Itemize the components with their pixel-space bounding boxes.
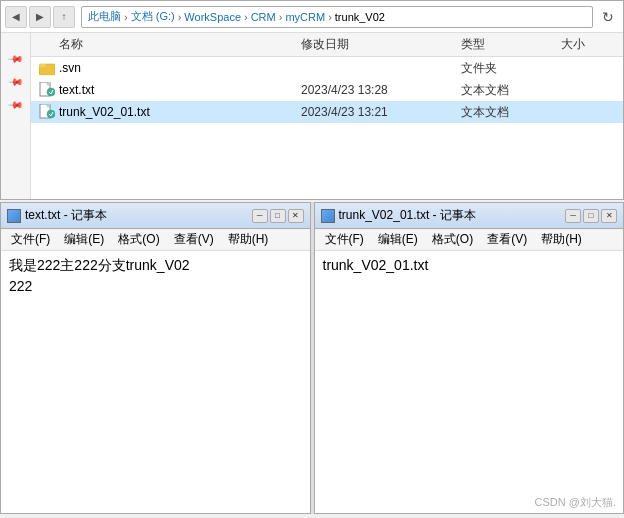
back-button[interactable]: ◀ xyxy=(5,6,27,28)
menu-help-r[interactable]: 帮助(H) xyxy=(535,230,588,249)
file-list-container: 📌 📌 📌 名称 修改日期 类型 大小 xyxy=(1,33,623,199)
breadcrumb-thispc[interactable]: 此电脑 xyxy=(86,9,123,24)
notepad-left-icon xyxy=(7,209,21,223)
forward-button[interactable]: ▶ xyxy=(29,6,51,28)
notepad-left-controls: ─ □ ✕ xyxy=(252,209,304,223)
table-row[interactable]: .svn 文件夹 xyxy=(31,57,623,79)
notepad-left-window: text.txt - 记事本 ─ □ ✕ 文件(F) 编辑(E) 格式(O) 查… xyxy=(0,202,311,514)
menu-file[interactable]: 文件(F) xyxy=(5,230,56,249)
notepad-left-title: text.txt - 记事本 xyxy=(7,207,107,224)
watermark: CSDN @刘大猫. xyxy=(535,495,616,510)
notepad-right-text: trunk_V02_01.txt xyxy=(323,257,429,273)
minimize-button-r[interactable]: ─ xyxy=(565,209,581,223)
notepad-left-titlebar: text.txt - 记事本 ─ □ ✕ xyxy=(1,203,310,229)
txt-icon xyxy=(39,82,55,98)
file-list: 名称 修改日期 类型 大小 .svn 文件夹 xyxy=(31,33,623,199)
file-name-cell: .svn xyxy=(31,60,293,76)
explorer-window: ◀ ▶ ↑ 此电脑 › 文档 (G:) › WorkSpace › CRM › … xyxy=(0,0,624,200)
menu-view-r[interactable]: 查看(V) xyxy=(481,230,533,249)
up-button[interactable]: ↑ xyxy=(53,6,75,28)
col-name[interactable]: 名称 xyxy=(31,36,293,53)
breadcrumb-workspace[interactable]: WorkSpace xyxy=(182,11,243,23)
notepad-right-titlebar: trunk_V02_01.txt - 记事本 ─ □ ✕ xyxy=(315,203,624,229)
close-button[interactable]: ✕ xyxy=(288,209,304,223)
pin-icon-2: 📌 xyxy=(7,73,23,89)
file-modified: 2023/4/23 13:21 xyxy=(293,105,453,119)
address-bar[interactable]: 此电脑 › 文档 (G:) › WorkSpace › CRM › myCRM … xyxy=(81,6,593,28)
notepad-right-title: trunk_V02_01.txt - 记事本 xyxy=(321,207,476,224)
col-modified[interactable]: 修改日期 xyxy=(293,36,453,53)
file-list-header: 名称 修改日期 类型 大小 xyxy=(31,33,623,57)
folder-icon xyxy=(39,60,55,76)
menu-help[interactable]: 帮助(H) xyxy=(222,230,275,249)
file-name: trunk_V02_01.txt xyxy=(59,105,150,119)
notepad-left-menubar: 文件(F) 编辑(E) 格式(O) 查看(V) 帮助(H) xyxy=(1,229,310,251)
left-panel: 📌 📌 📌 xyxy=(1,33,31,199)
file-type: 文件夹 xyxy=(453,60,553,77)
menu-format[interactable]: 格式(O) xyxy=(112,230,165,249)
menu-view[interactable]: 查看(V) xyxy=(168,230,220,249)
breadcrumb-mycrm[interactable]: myCRM xyxy=(283,11,327,23)
explorer-titlebar: ◀ ▶ ↑ 此电脑 › 文档 (G:) › WorkSpace › CRM › … xyxy=(1,1,623,33)
table-row[interactable]: text.txt 2023/4/23 13:28 文本文档 xyxy=(31,79,623,101)
menu-file-r[interactable]: 文件(F) xyxy=(319,230,370,249)
file-name: text.txt xyxy=(59,83,94,97)
breadcrumb-crm[interactable]: CRM xyxy=(249,11,278,23)
svg-rect-1 xyxy=(39,64,46,67)
notepad-left-content[interactable]: 我是222主222分支trunk_V02 222 xyxy=(1,251,310,513)
maximize-button[interactable]: □ xyxy=(270,209,286,223)
notepad-right-controls: ─ □ ✕ xyxy=(565,209,617,223)
notepad-left-title-text: text.txt - 记事本 xyxy=(25,207,107,224)
notepad-area: text.txt - 记事本 ─ □ ✕ 文件(F) 编辑(E) 格式(O) 查… xyxy=(0,202,624,514)
notepad-right-content[interactable]: trunk_V02_01.txt xyxy=(315,251,624,513)
file-name-cell: text.txt xyxy=(31,82,293,98)
notepad-right-title-text: trunk_V02_01.txt - 记事本 xyxy=(339,207,476,224)
notepad-right-icon xyxy=(321,209,335,223)
file-name: .svn xyxy=(59,61,81,75)
pin-icon-3: 📌 xyxy=(7,96,23,112)
file-name-cell: trunk_V02_01.txt xyxy=(31,104,293,120)
svg-point-9 xyxy=(47,110,55,118)
breadcrumb-current: trunk_V02 xyxy=(333,11,387,23)
menu-edit[interactable]: 编辑(E) xyxy=(58,230,110,249)
file-type: 文本文档 xyxy=(453,82,553,99)
menu-format-r[interactable]: 格式(O) xyxy=(426,230,479,249)
file-type: 文本文档 xyxy=(453,104,553,121)
minimize-button[interactable]: ─ xyxy=(252,209,268,223)
menu-edit-r[interactable]: 编辑(E) xyxy=(372,230,424,249)
table-row[interactable]: trunk_V02_01.txt 2023/4/23 13:21 文本文档 xyxy=(31,101,623,123)
maximize-button-r[interactable]: □ xyxy=(583,209,599,223)
txt-icon-selected xyxy=(39,104,55,120)
breadcrumb-drive[interactable]: 文档 (G:) xyxy=(129,9,177,24)
notepad-right-menubar: 文件(F) 编辑(E) 格式(O) 查看(V) 帮助(H) xyxy=(315,229,624,251)
pin-icon: 📌 xyxy=(7,50,23,66)
svg-point-5 xyxy=(47,88,55,96)
close-button-r[interactable]: ✕ xyxy=(601,209,617,223)
notepad-right-window: trunk_V02_01.txt - 记事本 ─ □ ✕ 文件(F) 编辑(E)… xyxy=(314,202,625,514)
col-type[interactable]: 类型 xyxy=(453,36,553,53)
refresh-button[interactable]: ↻ xyxy=(597,6,619,28)
notepad-left-text: 我是222主222分支trunk_V02 222 xyxy=(9,257,190,294)
file-modified: 2023/4/23 13:28 xyxy=(293,83,453,97)
col-size[interactable]: 大小 xyxy=(553,36,623,53)
